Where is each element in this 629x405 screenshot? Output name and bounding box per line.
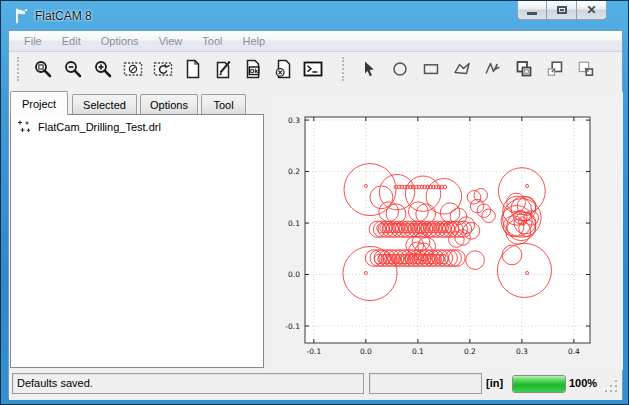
status-message-field: Defaults saved. [12,373,364,394]
menu-file[interactable]: File [14,33,52,49]
toolbar-button-clear-plot[interactable] [118,55,148,83]
tab-tool[interactable]: Tool [201,94,246,115]
menu-edit[interactable]: Edit [52,33,91,49]
zoom-fit-icon [33,59,53,79]
toolbar-button-draw-polygon[interactable] [446,55,477,83]
xtick-label: 0.0 [360,347,372,356]
progress-percent: 100% [569,377,597,389]
xtick-label: 0.3 [516,347,528,356]
menu-view[interactable]: View [149,33,193,49]
menubar: File Edit Options View Tool Help [9,31,622,52]
window-controls: ✕ [517,1,607,20]
toolbar-button-save-project[interactable]: Ok [238,55,268,83]
status-message: Defaults saved. [17,377,93,389]
statusbar: Defaults saved. [in] 100% [9,370,622,400]
xtick-label: 0.2 [464,347,476,356]
close-icon: ✕ [586,4,596,16]
rectangle-tool-icon [421,59,441,79]
tab-selected[interactable]: Selected [72,94,137,115]
resize-grip-icon[interactable] [605,380,618,393]
toolbar-button-open-project[interactable] [208,55,238,83]
menu-options[interactable]: Options [91,33,149,49]
toolbar-grip[interactable] [17,57,22,81]
toolbar: Ok [9,53,622,85]
titlebar[interactable]: FlatCAM 8 ✕ [1,1,628,30]
toolbar-group-view: Ok [28,55,328,83]
circle-tool-icon [390,59,410,79]
ytick-label: 0.3 [288,116,300,125]
xtick-label: 0.1 [412,347,424,356]
axes-background [305,117,590,343]
minimize-button[interactable] [517,1,547,20]
toolbar-button-replot[interactable] [148,55,178,83]
maximize-icon [557,6,567,14]
toolbar-button-draw-rectangle[interactable] [415,55,446,83]
clear-plot-icon [123,59,143,79]
path-tool-icon [483,59,503,79]
ytick-label: 0.2 [288,167,300,176]
toolbar-button-duplicate-object[interactable] [570,55,601,83]
select-arrow-icon [359,59,379,79]
toolbar-button-draw-path[interactable] [477,55,508,83]
window-title: FlatCAM 8 [35,9,92,23]
toolbar-button-select[interactable] [353,55,384,83]
flatcam-logo-icon [12,7,30,25]
toolbar-button-new-project[interactable] [178,55,208,83]
toolbar-button-zoom-out[interactable] [58,55,88,83]
toolbar-button-copy-geometry[interactable] [508,55,539,83]
toolbar-button-copy-object[interactable] [539,55,570,83]
close-button[interactable]: ✕ [577,1,607,20]
duplicate-object-icon [576,59,596,79]
shell-icon [303,59,323,79]
tab-selected-label: Selected [83,99,126,111]
window-content: File Edit Options View Tool Help Ok Proj… [8,30,623,399]
ytick-label: 0.0 [288,270,300,279]
tab-project[interactable]: Project [10,91,68,115]
maximize-button[interactable] [547,1,577,20]
ytick-label: 0.1 [288,219,300,228]
toolbar-button-zoom-fit[interactable] [28,55,58,83]
menu-tool[interactable]: Tool [192,33,232,49]
polygon-tool-icon [452,59,472,79]
units-label: [in] [486,377,503,389]
status-secondary-field [369,373,482,394]
zoom-in-icon [93,59,113,79]
app-window: FlatCAM 8 ✕ File Edit Options View Tool … [0,0,629,405]
tab-options[interactable]: Options [140,94,198,115]
ytick-label: -0.1 [285,322,300,331]
toolbar-button-delete-object[interactable] [268,55,298,83]
copy-geometry-icon [514,59,534,79]
progress-fill [513,376,565,392]
tree-item-drill-file[interactable]: FlatCam_Drilling_Test.drl [11,115,263,136]
tree-item-label: FlatCam_Drilling_Test.drl [38,121,161,133]
toolbar-grip-2[interactable] [342,57,347,81]
replot-icon [153,59,173,79]
plot-canvas[interactable]: -0.10.00.10.20.30.4-0.10.00.10.20.3 [272,102,602,360]
tab-project-label: Project [22,98,56,110]
new-file-icon [183,59,203,79]
minimize-icon [527,12,537,15]
plot-figure: -0.10.00.10.20.30.4-0.10.00.10.20.3 [267,92,623,370]
open-edit-icon [213,59,233,79]
project-tree[interactable]: FlatCam_Drilling_Test.drl [10,114,264,368]
tab-tool-label: Tool [213,99,233,111]
save-ok-icon: Ok [243,59,263,79]
toolbar-button-draw-circle[interactable] [384,55,415,83]
menu-help[interactable]: Help [232,33,275,49]
tab-options-label: Options [150,99,188,111]
progress-bar [512,375,566,393]
svg-text:Ok: Ok [250,68,259,74]
toolbar-button-command-shell[interactable] [298,55,328,83]
drill-object-icon [17,119,32,134]
copy-object-icon [545,59,565,79]
xtick-label: 0.4 [568,347,580,356]
toolbar-group-draw [353,55,601,83]
toolbar-button-zoom-in[interactable] [88,55,118,83]
zoom-out-icon [63,59,83,79]
xtick-label: -0.1 [307,347,322,356]
delete-object-icon [273,59,293,79]
